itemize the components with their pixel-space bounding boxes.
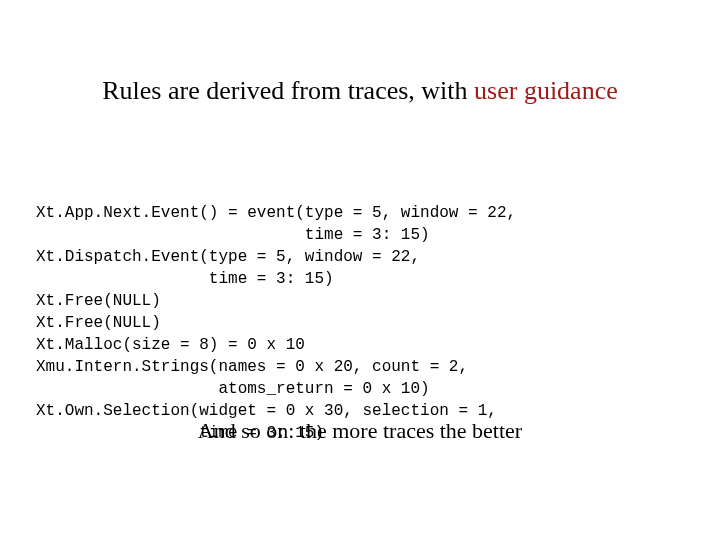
code-line: Xt.Free(NULL): [36, 314, 161, 332]
code-line: time = 3: 15): [36, 226, 430, 244]
code-line: atoms_return = 0 x 10): [36, 380, 430, 398]
code-line: Xt.App.Next.Event() = event(type = 5, wi…: [36, 204, 516, 222]
code-line: Xmu.Intern.Strings(names = 0 x 20, count…: [36, 358, 468, 376]
code-line: Xt.Malloc(size = 8) = 0 x 10: [36, 336, 305, 354]
slide-title: Rules are derived from traces, with user…: [0, 76, 720, 106]
code-line: time = 3: 15): [36, 270, 334, 288]
code-line: Xt.Free(NULL): [36, 292, 161, 310]
code-line: Xt.Dispatch.Event(type = 5, window = 22,: [36, 248, 420, 266]
slide-footer: And so on: the more traces the better: [0, 418, 720, 444]
title-accent: user guidance: [474, 76, 618, 105]
slide: Rules are derived from traces, with user…: [0, 0, 720, 540]
title-plain: Rules are derived from traces, with: [102, 76, 474, 105]
